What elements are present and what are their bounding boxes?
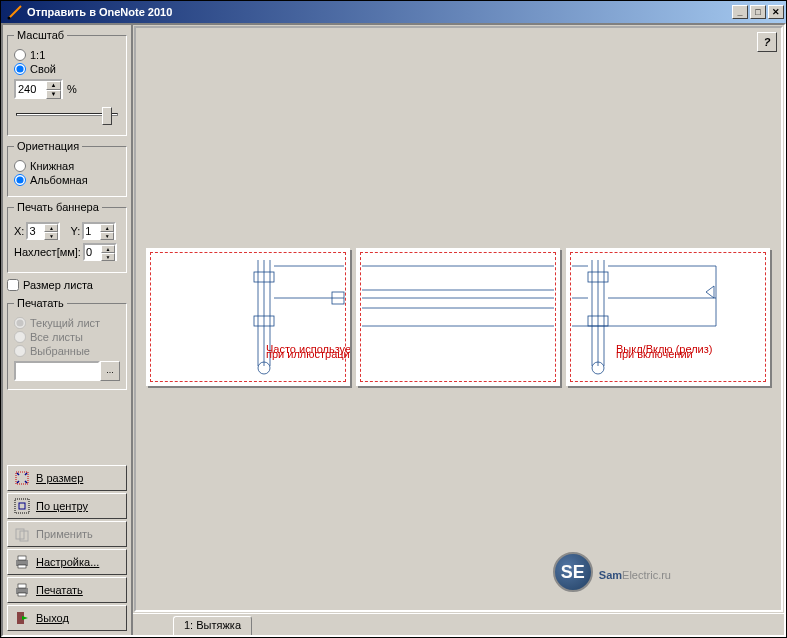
scale-value-spinner[interactable]: ▲▼ — [14, 79, 63, 99]
svg-rect-3 — [15, 499, 29, 513]
y-spinner[interactable]: ▲▼ — [82, 222, 116, 240]
main-area: ? Часто используется — [131, 25, 784, 635]
svg-rect-11 — [18, 584, 26, 588]
sidebar-buttons: В размер По центру Применить Настройка..… — [7, 465, 127, 631]
app-icon — [7, 4, 23, 20]
banner-group: Печать баннера X: ▲▼ Y: ▲▼ Нахлест[мм] — [7, 201, 127, 273]
y-input[interactable] — [84, 224, 100, 238]
svg-line-0 — [9, 6, 21, 18]
slider-thumb[interactable] — [102, 107, 112, 125]
print-selected-option: Выбранные — [14, 345, 120, 357]
scale-group: Масштаб 1:1 Свой ▲▼ % — [7, 29, 127, 136]
watermark-badge: SE — [553, 552, 593, 592]
y-label: Y: — [70, 225, 80, 237]
schematic-2 — [356, 248, 560, 386]
print-current-radio — [14, 317, 26, 329]
scale-slider[interactable] — [14, 105, 120, 127]
print-all-radio — [14, 331, 26, 343]
watermark: SE SamElectric.ru — [553, 552, 671, 592]
preview-area[interactable]: ? Часто используется — [134, 26, 783, 612]
exit-icon — [14, 610, 30, 626]
orientation-group: Ориетнация Книжная Альбомная — [7, 140, 127, 197]
printer-icon — [14, 582, 30, 598]
print-all-option: Все листы — [14, 331, 120, 343]
maximize-button[interactable]: □ — [750, 5, 766, 19]
tab-bar: 1: Вытяжка — [133, 613, 784, 635]
x-input[interactable] — [28, 224, 44, 238]
x-label: X: — [14, 225, 24, 237]
papersize-option[interactable]: Размер листа — [7, 279, 127, 291]
fit-icon — [14, 470, 30, 486]
setup-label: Настройка... — [36, 556, 99, 568]
scale-value-input[interactable] — [16, 81, 46, 97]
svg-rect-8 — [18, 556, 26, 560]
window-title: Отправить в OneNote 2010 — [27, 6, 730, 18]
tab-sheet-1[interactable]: 1: Вытяжка — [173, 616, 252, 635]
schematic-1: Часто используется при иллюстрациях — [146, 248, 350, 386]
svg-text:при включении: при включении — [616, 348, 693, 360]
print-file-input[interactable] — [14, 361, 100, 381]
svg-text:при иллюстрациях: при иллюстрациях — [266, 348, 350, 360]
print-file-browse-button[interactable]: ... — [100, 361, 120, 381]
scale-custom-radio[interactable] — [14, 63, 26, 75]
center-label: По центру — [36, 500, 88, 512]
close-button[interactable]: ✕ — [768, 5, 784, 19]
center-icon — [14, 498, 30, 514]
schematic-3: Выкл/Вклю (релиз) при включении — [566, 248, 770, 386]
landscape-radio[interactable] — [14, 174, 26, 186]
spinner-up[interactable]: ▲ — [46, 81, 61, 90]
percent-label: % — [67, 83, 77, 95]
page-preview-3[interactable]: Выкл/Вклю (релиз) при включении — [566, 248, 770, 386]
page-preview-1[interactable]: Часто используется при иллюстрациях — [146, 248, 350, 386]
scale-legend: Масштаб — [14, 29, 67, 41]
scale-custom-option[interactable]: Свой — [14, 63, 120, 75]
svg-rect-9 — [18, 565, 26, 568]
overlap-label: Нахлест[мм]: — [14, 246, 81, 258]
x-spinner[interactable]: ▲▼ — [26, 222, 60, 240]
fit-button[interactable]: В размер — [7, 465, 127, 491]
exit-label: Выход — [36, 612, 69, 624]
apply-label: Применить — [36, 528, 93, 540]
scale-1-1-option[interactable]: 1:1 — [14, 49, 120, 61]
print-current-option: Текущий лист — [14, 317, 120, 329]
print-selected-radio — [14, 345, 26, 357]
banner-legend: Печать баннера — [14, 201, 102, 213]
print-group: Печатать Текущий лист Все листы Выбранны… — [7, 297, 127, 390]
apply-button: Применить — [7, 521, 127, 547]
svg-point-1 — [8, 17, 11, 20]
minimize-button[interactable]: _ — [732, 5, 748, 19]
setup-button[interactable]: Настройка... — [7, 549, 127, 575]
app-window: Отправить в OneNote 2010 _ □ ✕ Масштаб 1… — [0, 0, 787, 638]
scale-1-1-radio[interactable] — [14, 49, 26, 61]
printer-setup-icon — [14, 554, 30, 570]
landscape-option[interactable]: Альбомная — [14, 174, 120, 186]
spinner-down[interactable]: ▼ — [46, 90, 61, 99]
portrait-radio[interactable] — [14, 160, 26, 172]
print-label: Печатать — [36, 584, 83, 596]
overlap-input[interactable] — [85, 245, 101, 259]
apply-icon — [14, 526, 30, 542]
watermark-text: SamElectric.ru — [599, 559, 671, 585]
fit-label: В размер — [36, 472, 83, 484]
page-preview-2[interactable] — [356, 248, 560, 386]
window-body: Масштаб 1:1 Свой ▲▼ % — [1, 23, 786, 637]
help-button[interactable]: ? — [757, 32, 777, 52]
orientation-legend: Ориетнация — [14, 140, 82, 152]
portrait-option[interactable]: Книжная — [14, 160, 120, 172]
print-button[interactable]: Печатать — [7, 577, 127, 603]
print-legend: Печатать — [14, 297, 67, 309]
svg-rect-4 — [19, 503, 25, 509]
overlap-spinner[interactable]: ▲▼ — [83, 243, 117, 261]
papersize-checkbox[interactable] — [7, 279, 19, 291]
exit-button[interactable]: Выход — [7, 605, 127, 631]
titlebar[interactable]: Отправить в OneNote 2010 _ □ ✕ — [1, 1, 786, 23]
sidebar: Масштаб 1:1 Свой ▲▼ % — [3, 25, 131, 635]
page-previews: Часто используется при иллюстрациях — [146, 248, 770, 386]
center-button[interactable]: По центру — [7, 493, 127, 519]
svg-rect-12 — [18, 593, 26, 596]
